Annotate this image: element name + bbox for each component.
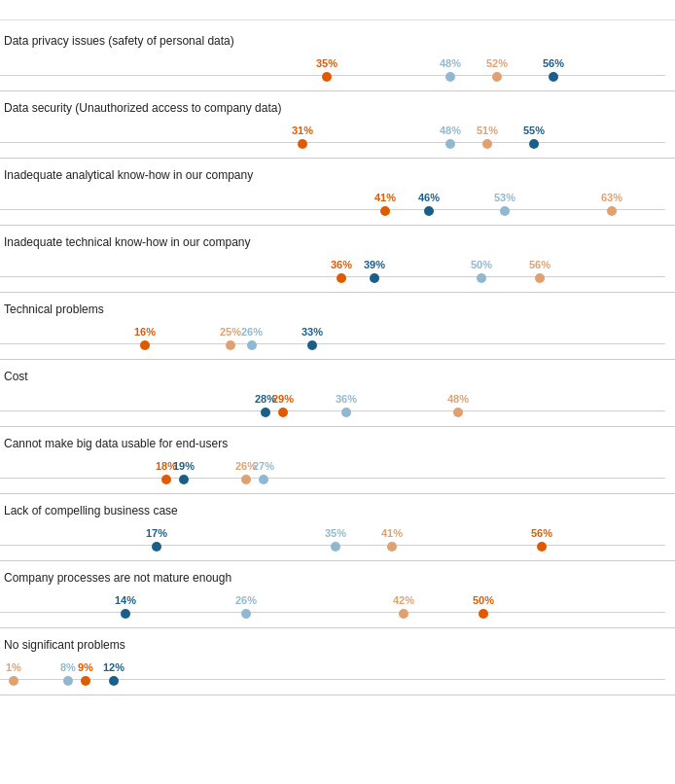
- dot-row-0: 35%48%52%56%: [0, 53, 675, 85]
- dot-circle-1-2: [482, 139, 492, 149]
- dot-label-9-0: 1%: [6, 661, 21, 673]
- dot-5-2: 36%: [336, 393, 357, 417]
- dot-circle-1-1: [445, 139, 455, 149]
- dot-label-0-2: 52%: [486, 57, 508, 69]
- dot-circle-5-0: [261, 408, 270, 417]
- dot-label-3-1: 39%: [364, 259, 385, 270]
- dot-circle-9-1: [63, 676, 73, 686]
- section-4: Technical problems16%25%26%33%: [0, 293, 675, 360]
- dot-circle-9-3: [109, 676, 119, 686]
- section-5: Cost28%29%36%48%: [0, 360, 675, 427]
- dot-row-1: 31%48%51%55%: [0, 121, 675, 152]
- dot-label-3-2: 50%: [471, 259, 492, 270]
- dot-circle-3-3: [535, 273, 545, 283]
- dot-label-4-2: 26%: [241, 326, 263, 338]
- dot-label-5-3: 48%: [447, 393, 469, 405]
- section-2: Inadequate analytical know-how in our co…: [0, 159, 675, 226]
- dot-circle-5-1: [278, 408, 288, 417]
- dot-label-9-1: 8%: [60, 661, 76, 673]
- dot-circle-0-2: [492, 72, 502, 82]
- dot-circle-3-1: [370, 273, 379, 283]
- dot-1-2: 51%: [477, 125, 498, 149]
- dot-2-3: 63%: [601, 192, 622, 216]
- dot-circle-6-1: [179, 475, 189, 484]
- dot-circle-8-0: [121, 609, 130, 619]
- dot-circle-9-2: [81, 676, 90, 686]
- dot-0-0: 35%: [316, 57, 338, 82]
- dot-circle-6-0: [161, 475, 171, 484]
- dot-1-3: 55%: [523, 125, 545, 149]
- dot-2-0: 41%: [374, 192, 396, 216]
- dot-label-2-2: 53%: [494, 192, 515, 203]
- dot-label-5-2: 36%: [336, 393, 357, 405]
- dot-row-5: 28%29%36%48%: [0, 389, 675, 420]
- dot-circle-4-1: [226, 340, 235, 350]
- dot-label-5-1: 29%: [272, 393, 294, 405]
- dot-circle-2-3: [607, 206, 617, 216]
- dot-label-0-0: 35%: [316, 57, 338, 69]
- dot-label-6-1: 19%: [173, 460, 195, 472]
- dot-label-9-2: 9%: [78, 661, 93, 673]
- dot-3-0: 36%: [331, 259, 352, 283]
- dot-label-3-0: 36%: [331, 259, 352, 270]
- dot-label-0-1: 48%: [440, 57, 461, 69]
- dot-3-1: 39%: [364, 259, 385, 283]
- dot-circle-6-3: [259, 475, 268, 484]
- dot-circle-4-3: [307, 340, 317, 350]
- dot-label-1-0: 31%: [292, 125, 313, 136]
- dot-label-1-1: 48%: [440, 125, 461, 136]
- dot-7-0: 17%: [146, 527, 167, 552]
- dot-6-1: 19%: [173, 460, 195, 484]
- dot-2-1: 46%: [418, 192, 440, 216]
- dot-label-4-3: 33%: [302, 326, 323, 338]
- dot-2-2: 53%: [494, 192, 515, 216]
- section-title-5: Cost: [0, 370, 675, 383]
- chart-header: [0, 0, 675, 20]
- dot-circle-8-2: [399, 609, 409, 619]
- dot-label-7-2: 41%: [381, 527, 403, 539]
- section-title-2: Inadequate analytical know-how in our co…: [0, 168, 675, 182]
- dot-circle-2-2: [500, 206, 510, 216]
- section-title-3: Inadequate technical know-how in our com…: [0, 235, 675, 249]
- dot-9-3: 12%: [103, 661, 124, 686]
- dot-7-3: 56%: [531, 527, 552, 552]
- section-title-1: Data security (Unauthorized access to co…: [0, 101, 675, 115]
- dot-circle-7-2: [387, 542, 397, 552]
- dot-circle-1-3: [529, 139, 539, 149]
- dot-3-3: 56%: [529, 259, 551, 283]
- section-title-7: Lack of compelling business case: [0, 504, 675, 517]
- section-1: Data security (Unauthorized access to co…: [0, 91, 675, 159]
- dot-3-2: 50%: [471, 259, 492, 283]
- dot-circle-7-1: [331, 542, 340, 552]
- dot-circle-1-0: [298, 139, 307, 149]
- dot-circle-6-2: [241, 475, 251, 484]
- dot-8-3: 50%: [473, 594, 494, 619]
- dot-label-9-3: 12%: [103, 661, 124, 673]
- dot-9-1: 8%: [60, 661, 76, 686]
- section-title-6: Cannot make big data usable for end-user…: [0, 437, 675, 450]
- dot-label-8-3: 50%: [473, 594, 494, 606]
- dot-8-2: 42%: [393, 594, 414, 619]
- dot-label-2-0: 41%: [374, 192, 396, 203]
- dot-7-1: 35%: [325, 527, 346, 552]
- dot-circle-4-2: [247, 340, 257, 350]
- section-title-0: Data privacy issues (safety of personal …: [0, 34, 675, 48]
- dot-circle-2-1: [424, 206, 434, 216]
- dot-circle-3-2: [477, 273, 486, 283]
- dot-0-1: 48%: [440, 57, 461, 82]
- section-title-4: Technical problems: [0, 303, 675, 316]
- dot-8-0: 14%: [115, 594, 136, 619]
- dot-row-2: 41%46%53%63%: [0, 188, 675, 219]
- dot-label-1-3: 55%: [523, 125, 545, 136]
- dot-circle-8-1: [241, 609, 251, 619]
- dot-circle-8-3: [479, 609, 488, 619]
- dot-circle-0-3: [549, 72, 558, 82]
- dot-circle-4-0: [140, 340, 150, 350]
- dot-circle-7-0: [152, 542, 161, 552]
- dot-label-7-0: 17%: [146, 527, 167, 539]
- dot-label-0-3: 56%: [543, 57, 564, 69]
- dot-9-2: 9%: [78, 661, 93, 686]
- dot-0-2: 52%: [486, 57, 508, 82]
- dot-circle-7-3: [537, 542, 547, 552]
- dot-circle-3-0: [337, 273, 346, 283]
